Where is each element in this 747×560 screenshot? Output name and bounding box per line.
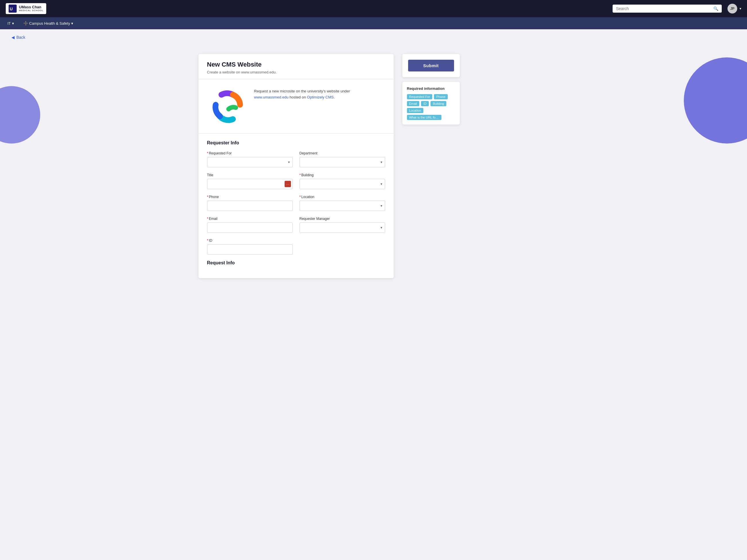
form-group-building: *Building bbox=[300, 173, 385, 189]
req-tag: Phone bbox=[434, 94, 448, 99]
logo-area: U UMass Chan MEDICAL SCHOOL bbox=[6, 3, 46, 14]
search-bar[interactable]: 🔍 bbox=[613, 5, 722, 12]
sidebar-item-campus-health[interactable]: ➕ Campus Health & Safety ▾ bbox=[22, 20, 75, 27]
nav-campus-label: Campus Health & Safety bbox=[29, 21, 70, 26]
required-info-tags: Requested ForPhoneEmailIDBuildingLocatio… bbox=[407, 94, 455, 120]
chevron-left-icon: ◀ bbox=[11, 35, 15, 39]
chevron-down-icon: ▾ bbox=[12, 21, 14, 26]
req-tag: Email bbox=[407, 101, 419, 106]
desc-link1[interactable]: www.umassmed.edu bbox=[254, 95, 289, 99]
logo-box[interactable]: U UMass Chan MEDICAL SCHOOL bbox=[6, 3, 46, 14]
department-select[interactable] bbox=[300, 157, 385, 167]
form-row-2: Title ··· *Building bbox=[207, 173, 385, 189]
form-subtitle: Create a website on www.umassmed.edu. bbox=[207, 70, 385, 74]
required-indicator: * bbox=[300, 195, 301, 199]
form-group-location: *Location bbox=[300, 195, 385, 211]
nav-it-label: IT bbox=[7, 21, 11, 26]
search-input[interactable] bbox=[616, 6, 711, 11]
required-indicator: * bbox=[300, 173, 301, 177]
chevron-down-icon[interactable]: ▾ bbox=[740, 7, 741, 10]
svg-text:U: U bbox=[10, 7, 12, 11]
req-tag: Requested For bbox=[407, 94, 433, 99]
requester-manager-select-wrapper bbox=[300, 222, 385, 233]
form-header: New CMS Website Create a website on www.… bbox=[199, 54, 394, 79]
form-group-email: *Email bbox=[207, 217, 293, 233]
location-select[interactable] bbox=[300, 201, 385, 211]
building-select-wrapper bbox=[300, 179, 385, 189]
requested-for-select[interactable] bbox=[207, 157, 293, 167]
req-tag: Location bbox=[407, 108, 423, 113]
location-select-wrapper bbox=[300, 201, 385, 211]
required-info-card: Required information Requested ForPhoneE… bbox=[402, 82, 460, 125]
request-info-title: Request Info bbox=[207, 260, 385, 266]
form-row-3: *Phone *Location bbox=[207, 195, 385, 211]
title-icon-button[interactable]: ··· bbox=[285, 181, 291, 187]
plus-icon: ➕ bbox=[23, 21, 28, 26]
umass-logo-icon: U bbox=[9, 5, 17, 12]
requested-for-label: *Requested For bbox=[207, 151, 293, 155]
form-row-5: *ID bbox=[207, 239, 385, 255]
req-tag: Building bbox=[431, 101, 446, 106]
title-input-wrapper: ··· bbox=[207, 179, 293, 189]
image-description: Request a new microsite on the universit… bbox=[254, 86, 385, 101]
title-label: Title bbox=[207, 173, 293, 177]
form-group-title: Title ··· bbox=[207, 173, 293, 189]
form-group-requested-for: *Requested For bbox=[207, 151, 293, 167]
top-navigation: U UMass Chan MEDICAL SCHOOL 🔍 JP ▾ bbox=[0, 0, 747, 17]
building-select[interactable] bbox=[300, 179, 385, 189]
form-group-spacer bbox=[300, 239, 385, 255]
id-input[interactable] bbox=[207, 244, 293, 255]
form-row-4: *Email Requester Manager bbox=[207, 217, 385, 233]
required-indicator: * bbox=[207, 151, 208, 155]
phone-input[interactable] bbox=[207, 201, 293, 211]
logo-text: UMass Chan MEDICAL SCHOOL bbox=[19, 5, 43, 12]
requester-info-title: Requester Info bbox=[207, 140, 385, 145]
form-group-department: Department bbox=[300, 151, 385, 167]
sidebar: Submit Required information Requested Fo… bbox=[402, 54, 460, 278]
avatar[interactable]: JP bbox=[727, 4, 737, 14]
submit-card: Submit bbox=[402, 54, 460, 77]
desc-link2[interactable]: Optimizely CMS bbox=[307, 95, 334, 99]
requester-manager-label: Requester Manager bbox=[300, 217, 385, 221]
department-label: Department bbox=[300, 151, 385, 155]
secondary-navigation: IT ▾ ➕ Campus Health & Safety ▾ bbox=[0, 17, 747, 29]
building-label: *Building bbox=[300, 173, 385, 177]
req-tag: What is the URL for this site in Epis bbox=[407, 115, 441, 120]
cms-logo-image bbox=[207, 86, 247, 126]
form-group-phone: *Phone bbox=[207, 195, 293, 211]
logo-sub-text: MEDICAL SCHOOL bbox=[19, 9, 43, 12]
submit-button[interactable]: Submit bbox=[408, 60, 454, 72]
user-area: JP ▾ bbox=[727, 4, 741, 14]
required-indicator: * bbox=[207, 217, 208, 221]
dots-icon: ··· bbox=[286, 183, 289, 186]
chevron-down-icon: ▾ bbox=[71, 21, 73, 26]
requester-manager-select[interactable] bbox=[300, 222, 385, 233]
email-label: *Email bbox=[207, 217, 293, 221]
logo-main-text: UMass Chan bbox=[19, 5, 43, 9]
id-label: *ID bbox=[207, 239, 293, 243]
location-label: *Location bbox=[300, 195, 385, 199]
phone-label: *Phone bbox=[207, 195, 293, 199]
required-info-title: Required information bbox=[407, 86, 455, 91]
department-select-wrapper bbox=[300, 157, 385, 167]
req-tag: ID bbox=[421, 101, 429, 106]
form-body: Requester Info *Requested For bbox=[199, 133, 394, 278]
main-content: New CMS Website Create a website on www.… bbox=[187, 45, 560, 287]
form-group-requester-manager: Requester Manager bbox=[300, 217, 385, 233]
required-indicator: * bbox=[207, 195, 208, 199]
form-row-1: *Requested For Department bbox=[207, 151, 385, 167]
search-icon: 🔍 bbox=[713, 6, 718, 11]
form-card: New CMS Website Create a website on www.… bbox=[199, 54, 394, 278]
requested-for-select-wrapper bbox=[207, 157, 293, 167]
form-group-id: *ID bbox=[207, 239, 293, 255]
image-section: Request a new microsite on the universit… bbox=[199, 79, 394, 133]
page-title: New CMS Website bbox=[207, 61, 385, 68]
back-link[interactable]: ◀ Back bbox=[11, 35, 747, 39]
email-input[interactable] bbox=[207, 222, 293, 233]
sidebar-item-it[interactable]: IT ▾ bbox=[6, 20, 16, 27]
required-indicator: * bbox=[207, 239, 208, 243]
title-input[interactable] bbox=[207, 179, 293, 189]
back-label: Back bbox=[16, 35, 25, 39]
